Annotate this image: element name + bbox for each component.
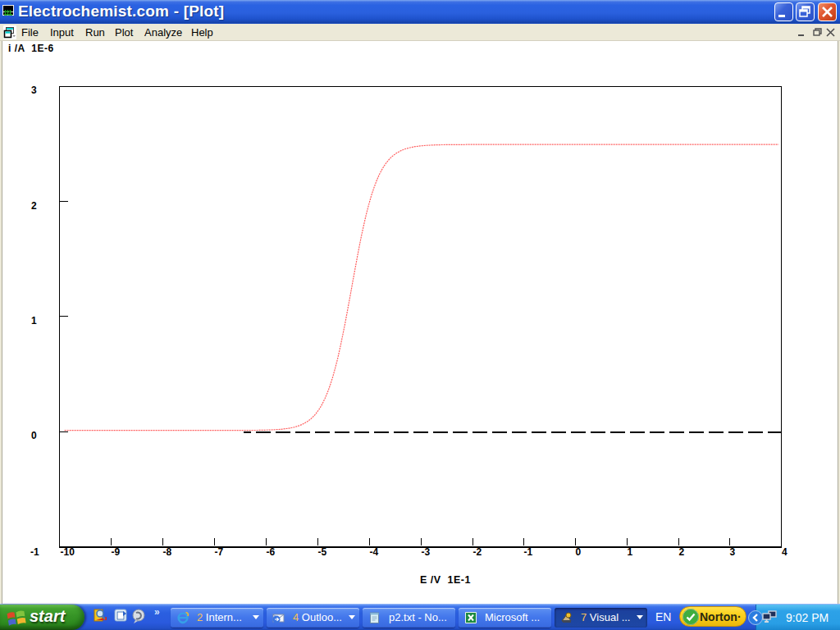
svg-text:4: 4 <box>782 546 788 558</box>
svg-text:3: 3 <box>730 546 736 558</box>
svg-text:2: 2 <box>31 200 37 212</box>
svg-text:1: 1 <box>628 546 633 558</box>
svg-text:-3: -3 <box>422 546 431 558</box>
svg-text:0: 0 <box>31 430 37 441</box>
svg-text:3: 3 <box>31 84 37 96</box>
svg-text:-4: -4 <box>370 546 379 558</box>
svg-text:2: 2 <box>679 546 685 558</box>
svg-text:1: 1 <box>31 315 37 326</box>
svg-text:-8: -8 <box>163 546 172 558</box>
svg-text:-5: -5 <box>318 546 327 558</box>
svg-text:-1: -1 <box>524 546 533 558</box>
svg-text:E /V 1E-1: E /V 1E-1 <box>420 574 471 586</box>
svg-text:-9: -9 <box>112 546 121 558</box>
svg-text:-10: -10 <box>61 546 75 558</box>
svg-text:-7: -7 <box>215 546 224 558</box>
svg-text:-2: -2 <box>473 546 482 558</box>
svg-text:-1: -1 <box>30 546 39 558</box>
svg-text:-6: -6 <box>267 546 276 558</box>
svg-text:i /A 1E-6: i /A 1E-6 <box>8 43 54 54</box>
svg-text:0: 0 <box>576 546 582 558</box>
